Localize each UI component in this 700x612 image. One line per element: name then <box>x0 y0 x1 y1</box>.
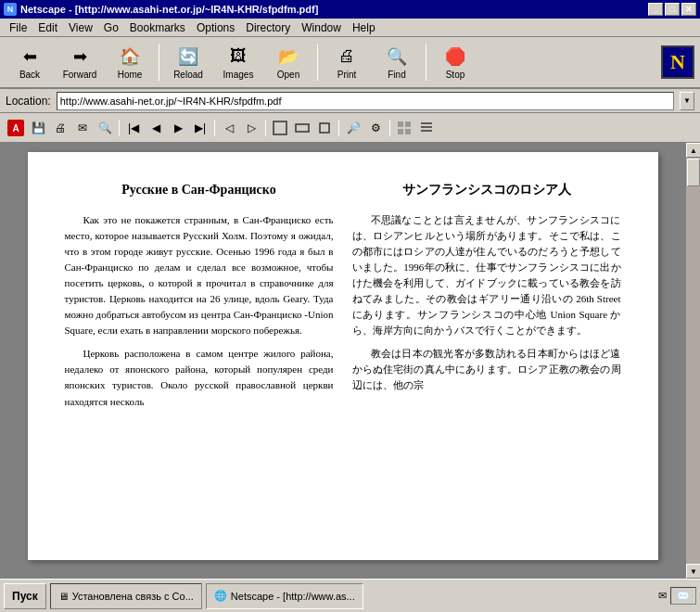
svg-rect-8 <box>405 129 411 134</box>
close-button[interactable]: ✕ <box>681 3 696 16</box>
scroll-thumb[interactable] <box>687 159 700 186</box>
stop-label: Stop <box>446 70 465 80</box>
pdf-thumbs-btn[interactable] <box>394 118 414 138</box>
location-bar: Location: ▼ <box>0 89 700 113</box>
pdf-bookmarks-btn[interactable] <box>416 118 437 138</box>
menu-edit[interactable]: Edit <box>32 19 63 36</box>
pdf-last-page-btn[interactable]: ▶| <box>190 118 210 138</box>
pdf-right-para-1: 不思議なこととは言えませんが、サンフランシスコには、ロシアンヒルという場所があり… <box>352 212 621 338</box>
pdf-left-para-2: Церковь расположена в самом центре жилог… <box>65 346 334 409</box>
main-area: Русские в Сан-Франциско Как это не покаж… <box>0 143 700 579</box>
forward-button[interactable]: ➡ Forward <box>56 40 104 84</box>
pdf-left-title: Русские в Сан-Франциско <box>65 180 334 199</box>
title-bar: N Netscape - [http://www.asahi-net.or.jp… <box>0 0 700 19</box>
pdf-prev-view-btn[interactable]: ◁ <box>219 118 239 138</box>
images-button[interactable]: 🖼 Images <box>214 40 262 84</box>
back-label: Back <box>19 70 40 80</box>
scroll-up-button[interactable]: ▲ <box>686 143 700 158</box>
start-button[interactable]: Пуск <box>4 583 46 609</box>
toolbar: ⬅ Back ➡ Forward 🏠 Home 🔄 Reload 🖼 Image… <box>0 37 700 89</box>
pdf-columns: Русские в Сан-Франциско Как это не покаж… <box>65 180 621 532</box>
open-icon: 📂 <box>277 45 299 68</box>
pdf-left-text: Как это не покажется странным, в Сан-Фра… <box>65 212 334 410</box>
reload-button[interactable]: 🔄 Reload <box>164 40 212 84</box>
images-label: Images <box>223 70 254 80</box>
reload-icon: 🔄 <box>177 45 199 68</box>
taskbar-item-0[interactable]: 🖥 Установлена связь с Co... <box>50 583 202 609</box>
location-dropdown[interactable]: ▼ <box>680 92 694 110</box>
pdf-sep-5 <box>389 120 390 136</box>
open-button[interactable]: 📂 Open <box>264 40 312 84</box>
pdf-left-column: Русские в Сан-Франциско Как это не покаж… <box>65 180 334 532</box>
start-label: Пуск <box>12 590 38 603</box>
pdf-viewer[interactable]: Русские в Сан-Франциско Как это не покаж… <box>0 143 685 579</box>
taskbar-right: ✉ ✉️ <box>658 587 696 605</box>
taskbar: Пуск 🖥 Установлена связь с Co... 🌐 Netsc… <box>0 579 700 612</box>
pdf-right-text: 不思議なこととは言えませんが、サンフランシスコには、ロシアンヒルという場所があり… <box>352 212 621 394</box>
pdf-next-page-btn[interactable]: ▶ <box>168 118 188 138</box>
taskbar-icon-0: 🖥 <box>58 591 69 602</box>
pdf-prev-page-btn[interactable]: ◀ <box>146 118 166 138</box>
scroll-down-button[interactable]: ▼ <box>686 564 700 579</box>
find-label: Find <box>388 70 405 80</box>
menu-help[interactable]: Help <box>347 19 381 36</box>
find-icon: 🔍 <box>386 45 408 68</box>
netscape-title-icon: N <box>4 3 17 16</box>
toolbar-sep-3 <box>426 44 426 81</box>
pdf-right-column: サンフランシスコのロシア人 不思議なこととは言えませんが、サンフランシスコには、… <box>352 180 621 532</box>
toolbar-sep-2 <box>317 44 318 81</box>
taskbar-icon-1: 🌐 <box>214 590 227 602</box>
maximize-button[interactable]: □ <box>665 3 680 16</box>
print-button[interactable]: 🖨 Print <box>323 40 371 84</box>
pdf-first-page-btn[interactable]: |◀ <box>123 118 144 138</box>
pdf-sep-3 <box>265 120 266 136</box>
pdf-sep-2 <box>214 120 215 136</box>
pdf-search-btn[interactable]: 🔍 <box>95 118 115 138</box>
menu-options[interactable]: Options <box>191 19 240 36</box>
scroll-track[interactable] <box>686 158 700 564</box>
location-input[interactable] <box>57 92 674 110</box>
menu-directory[interactable]: Directory <box>240 19 296 36</box>
pdf-toolbar: A 💾 🖨 ✉ 🔍 |◀ ◀ ▶ ▶| ◁ ▷ 🔎 ⚙ <box>0 113 700 143</box>
pdf-find2-btn[interactable]: ⚙ <box>365 118 386 138</box>
window-title: Netscape - [http://www.asahi-net.or.jp/~… <box>20 4 318 15</box>
pdf-acrobat-btn[interactable]: A <box>6 118 26 138</box>
svg-rect-7 <box>398 129 403 134</box>
pdf-fit-page-btn[interactable] <box>270 118 290 138</box>
taskbar-email-icon: ✉ <box>658 590 667 602</box>
minimize-button[interactable]: _ <box>648 3 663 16</box>
menu-bar: File Edit View Go Bookmarks Options Dire… <box>0 19 700 37</box>
menu-view[interactable]: View <box>63 19 98 36</box>
stop-icon: 🛑 <box>444 45 466 68</box>
pdf-email-btn[interactable]: ✉ <box>72 118 93 138</box>
print-icon: 🖨 <box>336 45 358 68</box>
taskbar-item-1[interactable]: 🌐 Netscape - [http://www.as... <box>206 583 363 609</box>
pdf-fit-actual-btn[interactable] <box>314 118 335 138</box>
pdf-page: Русские в Сан-Франциско Как это не покаж… <box>28 152 658 560</box>
svg-text:A: A <box>12 123 19 134</box>
pdf-next-view-btn[interactable]: ▷ <box>241 118 261 138</box>
pdf-save-btn[interactable]: 💾 <box>28 118 48 138</box>
back-icon: ⬅ <box>19 45 41 68</box>
pdf-print-btn[interactable]: 🖨 <box>50 118 70 138</box>
menu-file[interactable]: File <box>4 19 32 36</box>
scrollbar-vertical[interactable]: ▲ ▼ <box>685 143 700 579</box>
forward-label: Forward <box>63 70 97 80</box>
taskbar-clock: ✉️ <box>670 587 696 605</box>
netscape-logo: N <box>661 45 694 79</box>
pdf-left-para-1: Как это не покажется странным, в Сан-Фра… <box>65 212 334 338</box>
title-controls[interactable]: _ □ ✕ <box>648 3 696 16</box>
menu-bookmarks[interactable]: Bookmarks <box>124 19 191 36</box>
back-button[interactable]: ⬅ Back <box>6 40 54 84</box>
menu-go[interactable]: Go <box>98 19 124 36</box>
stop-button[interactable]: 🛑 Stop <box>431 40 479 84</box>
home-label: Home <box>118 70 143 80</box>
title-bar-left: N Netscape - [http://www.asahi-net.or.jp… <box>4 3 318 16</box>
menu-window[interactable]: Window <box>296 19 347 36</box>
pdf-fit-width-btn[interactable] <box>292 118 312 138</box>
location-label: Location: <box>6 95 51 108</box>
home-button[interactable]: 🏠 Home <box>106 40 154 84</box>
pdf-find-btn[interactable]: 🔎 <box>343 118 363 138</box>
find-button[interactable]: 🔍 Find <box>373 40 421 84</box>
taskbar-label-1: Netscape - [http://www.as... <box>231 591 355 602</box>
